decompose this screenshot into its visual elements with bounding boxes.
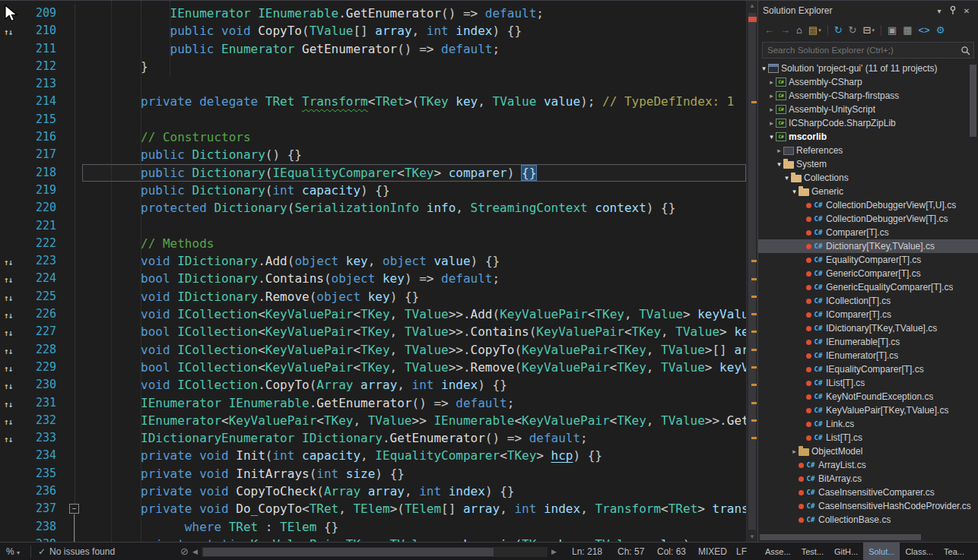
line-number[interactable]: 233 (23, 429, 62, 447)
implements-icon[interactable]: ↑↓ (4, 396, 12, 413)
implements-icon[interactable]: ↑↓ (4, 24, 12, 41)
line-number[interactable]: 219 (23, 182, 62, 199)
search-input[interactable] (766, 45, 961, 55)
code-editor[interactable]: ↑↓↑↓↑↓↑↓↑↓↑↓↑↓↑↓↑↓↑↓↑↓↑↓↑↓ 2092102112122… (0, 1, 757, 542)
panel-tab[interactable]: Test... (796, 543, 829, 560)
code-line[interactable]: void ICollection<KeyValuePair<TKey, TVal… (82, 305, 746, 323)
line-number[interactable]: 218 (23, 164, 62, 182)
tree-item[interactable]: C#IList[T].cs (758, 376, 978, 390)
tree-item[interactable]: ▸ObjectModel (758, 445, 978, 458)
search-icon[interactable] (961, 46, 970, 55)
line-number[interactable]: 223 (23, 252, 62, 270)
zoom-control[interactable]: % ▾ (6, 543, 20, 560)
editor-horizontal-scrollbar[interactable] (202, 547, 548, 557)
implements-icon[interactable]: ↑↓ (4, 289, 12, 307)
code-line[interactable]: public Dictionary(int capacity) {} (82, 182, 746, 199)
expander-icon[interactable]: ▾ (790, 188, 799, 195)
code-area[interactable]: IEnumerator IEnumerable.GetEnumerator() … (82, 1, 746, 542)
tree-vertical-scrollbar[interactable] (969, 62, 977, 531)
code-line[interactable]: } (82, 58, 746, 75)
code-line[interactable]: private void Init(int capacity, IEqualit… (82, 447, 746, 464)
tree-item[interactable]: C#BitArray.cs (758, 472, 978, 486)
tree-item[interactable]: C#CaseInsensitiveHashCodeProvider.cs (758, 499, 978, 513)
tree-item[interactable]: ▸C#ICSharpCode.SharpZipLib (758, 116, 978, 130)
implements-icon[interactable]: ↑↓ (4, 378, 12, 395)
sync-with-active-document-icon[interactable]: ↻ (832, 24, 845, 37)
tree-horizontal-scrollbar[interactable] (758, 533, 967, 542)
code-line[interactable]: private void Do_CopyTo<TRet, TElem>(TEle… (82, 500, 746, 517)
tree-item[interactable]: ▸References (758, 144, 978, 157)
copy-icon[interactable]: ▣ (885, 24, 899, 37)
line-number[interactable]: 235 (23, 465, 62, 482)
tree-item[interactable]: C#EqualityComparer[T].cs (758, 253, 978, 267)
implements-icon[interactable]: ↑↓ (4, 343, 12, 360)
line-number[interactable]: 217 (23, 146, 62, 163)
tree-item[interactable]: C#IEnumerable[T].cs (758, 335, 978, 349)
code-line[interactable]: void ICollection<KeyValuePair<TKey, TVal… (82, 341, 746, 359)
tree-item[interactable]: C#CaseInsensitiveComparer.cs (758, 486, 978, 499)
line-number[interactable]: 216 (23, 128, 62, 146)
code-line[interactable]: // Constructors (82, 128, 746, 146)
panel-tab[interactable]: Tea... (938, 543, 970, 560)
chevron-down-icon[interactable]: ▾ (932, 7, 946, 15)
scroll-up-icon[interactable]: ▲ (747, 2, 757, 9)
line-number[interactable]: 210 (23, 22, 62, 40)
line-number[interactable]: 213 (23, 75, 62, 93)
code-line[interactable]: void IDictionary.Remove(object key) {} (82, 288, 746, 305)
expander-icon[interactable]: ▾ (775, 160, 783, 168)
line-number[interactable]: 215 (23, 111, 62, 128)
code-line[interactable]: private void CopyToCheck(Array array, in… (82, 482, 746, 500)
code-line[interactable]: IEnumerator IEnumerable.GetEnumerator() … (82, 5, 746, 22)
code-line[interactable]: private delegate TRet Transform<TRet>(TK… (82, 93, 746, 110)
tree-item[interactable]: ▸C#Assembly-CSharp (758, 75, 978, 89)
forward-icon[interactable]: → (778, 24, 792, 37)
code-line[interactable]: public Enumerator GetEnumerator() => def… (82, 40, 746, 58)
line-number[interactable]: 234 (23, 447, 62, 464)
scope-icon[interactable]: ▤▾ (806, 24, 824, 37)
tree-item[interactable]: C#CollectionBase.cs (758, 513, 978, 527)
tree-item[interactable]: C#GenericEqualityComparer[T].cs (758, 280, 978, 294)
scrollbar-thumb[interactable] (760, 534, 921, 540)
line-number-margin[interactable]: 2092102112122132142152162172182192202212… (23, 1, 62, 542)
line-number[interactable]: 211 (23, 40, 62, 58)
tree-item[interactable]: C#ArrayList.cs (758, 458, 978, 472)
code-line[interactable]: bool ICollection<KeyValuePair<TKey, TVal… (82, 359, 746, 376)
tree-item[interactable]: C#CollectionDebuggerView[T,U].cs (758, 198, 978, 212)
tree-item[interactable]: C#KeyNotFoundException.cs (758, 390, 978, 403)
tree-item[interactable]: C#IEnumerator[T].cs (758, 349, 978, 362)
refresh-icon[interactable]: ↻ (846, 24, 859, 37)
outline-margin[interactable]: − (62, 1, 82, 542)
line-number[interactable]: 212 (23, 58, 62, 75)
tree-item[interactable]: ▾System (758, 157, 978, 171)
line-number[interactable]: 227 (23, 323, 62, 340)
scrollbar-thumb[interactable] (970, 65, 976, 137)
tree-item[interactable]: C#Comparer[T].cs (758, 226, 978, 239)
code-line[interactable]: where TRet : TElem {} (82, 518, 746, 536)
code-line[interactable] (82, 75, 746, 93)
tree-item[interactable]: ▸C#Assembly-UnityScript (758, 103, 978, 116)
code-line[interactable] (82, 111, 746, 128)
scroll-left-icon[interactable]: ◀ (192, 543, 198, 560)
line-number[interactable]: 229 (23, 359, 62, 376)
code-line[interactable]: public Dictionary() {} (82, 146, 746, 163)
code-line[interactable]: // Methods (82, 235, 746, 252)
implements-icon[interactable]: ↑↓ (4, 413, 12, 431)
panel-tab[interactable]: Solut... (863, 543, 900, 560)
tree-item[interactable]: C#GenericComparer[T].cs (758, 267, 978, 280)
expander-icon[interactable]: ▸ (767, 92, 776, 100)
line-number[interactable]: 228 (23, 341, 62, 359)
code-line[interactable]: public Dictionary(IEqualityComparer<TKey… (82, 164, 746, 182)
suppress-icon[interactable]: ⊘ (180, 543, 189, 560)
implements-icon[interactable]: ↑↓ (4, 307, 12, 324)
tree-item[interactable]: ▾Collections (758, 171, 978, 185)
scrollbar-thumb[interactable] (748, 13, 756, 530)
code-line[interactable]: IDictionaryEnumerator IDictionary.GetEnu… (82, 429, 746, 447)
line-number[interactable]: 220 (23, 199, 62, 217)
expander-icon[interactable]: ▾ (760, 65, 768, 72)
panel-tab[interactable]: Class... (900, 543, 938, 560)
pin-icon[interactable] (946, 5, 960, 16)
panel-tab[interactable]: Asse... (760, 543, 796, 560)
line-number[interactable]: 238 (23, 518, 62, 536)
expander-icon[interactable]: ▾ (767, 133, 776, 141)
implements-icon[interactable]: ↑↓ (4, 360, 12, 378)
